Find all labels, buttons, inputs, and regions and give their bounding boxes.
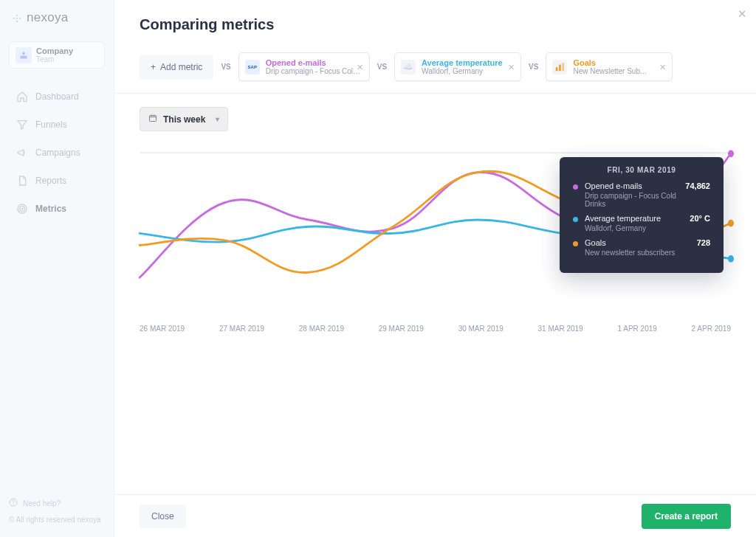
sidebar-nav: Dashboard Funnels Campaigns Reports Metr… <box>9 85 105 221</box>
copyright: © All rights reserved nexoya <box>9 516 105 524</box>
vs-label: VS <box>377 63 387 71</box>
bars-icon <box>552 60 567 75</box>
timerange-picker[interactable]: This week ▾ <box>140 107 228 131</box>
x-axis: 26 MAR 201927 MAR 201928 MAR 201929 MAR … <box>140 325 731 333</box>
document-icon <box>16 175 28 187</box>
create-report-button[interactable]: Create a report <box>642 504 731 529</box>
svg-rect-5 <box>21 55 27 58</box>
chevron-down-icon: ▾ <box>216 115 219 123</box>
sidebar-item-campaigns[interactable]: Campaigns <box>9 141 105 164</box>
dot-icon <box>573 217 578 222</box>
svg-rect-13 <box>560 64 562 71</box>
svg-point-11 <box>13 505 14 505</box>
megaphone-icon <box>16 147 28 159</box>
logo-icon <box>12 13 22 23</box>
sap-icon: SAP <box>245 60 260 75</box>
svg-point-0 <box>16 15 18 16</box>
help-label: Need help? <box>23 499 61 507</box>
metric-card-temperature[interactable]: ☁️ Average temperatureWalldorf, Germany … <box>394 52 521 81</box>
sidebar-item-metrics[interactable]: Metrics <box>9 197 105 221</box>
footer-bar: Close Create a report <box>114 494 756 537</box>
svg-point-1 <box>13 18 15 19</box>
svg-point-2 <box>19 18 21 19</box>
vs-label: VS <box>529 63 538 71</box>
close-button[interactable]: Close <box>140 505 186 528</box>
svg-point-17 <box>728 150 734 157</box>
svg-point-18 <box>728 255 734 263</box>
sidebar-item-dashboard[interactable]: Dashboard <box>9 85 105 108</box>
funnel-icon <box>16 119 28 131</box>
chart-tooltip: FRI, 30 MAR 2019 Opened e-mailsDrip camp… <box>560 157 724 273</box>
svg-point-19 <box>728 220 734 227</box>
remove-metric-icon[interactable]: ✕ <box>357 62 363 72</box>
home-icon <box>16 91 28 103</box>
panel: ✕ Comparing metrics + Add metric VS SAP … <box>114 0 756 537</box>
svg-point-4 <box>16 18 18 19</box>
metric-compare-row: + Add metric VS SAP Opened e-mailsDrip c… <box>114 45 756 94</box>
workspace-switcher[interactable]: Company Team <box>9 41 105 69</box>
tooltip-date: FRI, 30 MAR 2019 <box>573 166 710 174</box>
remove-metric-icon[interactable]: ✕ <box>508 62 515 72</box>
sidebar-item-funnels[interactable]: Funnels <box>9 113 105 136</box>
svg-point-3 <box>16 21 18 22</box>
svg-point-9 <box>21 208 22 209</box>
add-metric-button[interactable]: + Add metric <box>140 55 213 80</box>
logo[interactable]: nexoya <box>9 10 105 25</box>
sidebar-item-reports[interactable]: Reports <box>9 169 105 193</box>
sidebar: nexoya Company Team Dashboard Funnels Ca… <box>0 0 114 537</box>
vs-label: VS <box>221 63 230 71</box>
svg-rect-15 <box>150 116 157 122</box>
help-icon <box>9 498 18 508</box>
avatar <box>16 47 32 63</box>
svg-rect-12 <box>556 67 558 71</box>
company-sub: Team <box>36 55 73 63</box>
plus-icon: + <box>151 62 156 72</box>
metric-card-opened-emails[interactable]: SAP Opened e-mailsDrip campaign - Focus … <box>238 52 370 81</box>
company-name: Company <box>36 46 73 55</box>
help-link[interactable]: Need help? <box>9 498 105 508</box>
dot-icon <box>573 241 578 246</box>
metric-card-goals[interactable]: GoalsNew Newsletter Sub... ✕ <box>546 52 673 81</box>
svg-point-6 <box>22 52 25 55</box>
dot-icon <box>573 184 578 190</box>
target-icon <box>16 203 28 215</box>
calendar-icon <box>148 114 157 125</box>
close-icon[interactable]: ✕ <box>738 7 747 21</box>
page-title: Comparing metrics <box>140 16 731 33</box>
weather-icon: ☁️ <box>401 60 416 75</box>
svg-rect-14 <box>563 62 565 70</box>
logo-text: nexoya <box>27 10 69 25</box>
remove-metric-icon[interactable]: ✕ <box>659 62 666 72</box>
